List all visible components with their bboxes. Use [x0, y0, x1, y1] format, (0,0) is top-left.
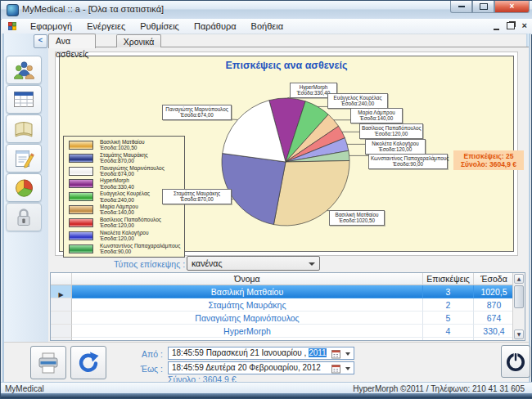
legend-item: Βασίλειος ΠαπαδόπουλοςΈσοδα:120,00	[69, 217, 184, 229]
menu-item-Παράθυρα[interactable]: Παράθυρα	[187, 20, 244, 33]
sidebar-lock-button[interactable]	[6, 203, 42, 231]
cell-revenue: 1020,5	[474, 285, 515, 298]
cell-name: Ευάγγελος Κουρέλας	[72, 338, 423, 341]
slice-callout: Κωνσταντίνος ΠαπαχαραλάμπουςΈσοδα:90,00	[368, 154, 448, 169]
row-selector[interactable]	[51, 338, 72, 341]
legend-label: HyperMorphΈσοδα:330,40	[100, 177, 134, 190]
legend-item: Βασιλική ΜατθαίουΈσοδα:1020,50	[69, 139, 184, 151]
row-selector[interactable]: ▶	[51, 285, 72, 298]
notes-icon	[13, 149, 35, 168]
menu-item-Εφαρμογή[interactable]: Εφαρμογή	[23, 20, 79, 33]
close-button[interactable]: ×	[494, 1, 530, 13]
tab-Χρονικά[interactable]: Χρονικά	[116, 34, 162, 47]
row-selector[interactable]	[51, 325, 72, 338]
legend-item: Μαρία ΛάμπρουΈσοδα:140,00	[69, 204, 184, 216]
patients-table: ΈσοδαΕπισκέψειςΌνομα ▶Βασιλική Ματθαίου3…	[50, 272, 525, 341]
minimize-button[interactable]	[450, 1, 472, 13]
legend-swatch	[69, 167, 93, 176]
table-row[interactable]: Σταμάτης Μαυράκης2870	[72, 298, 515, 312]
sidebar-data-table-button[interactable]	[6, 85, 42, 114]
exit-button[interactable]	[501, 345, 530, 378]
table-row[interactable]: Βασιλική Ματθαίου31020,5	[72, 285, 515, 298]
row-selector[interactable]	[51, 312, 72, 325]
chevron-down-icon	[309, 262, 315, 266]
legend-label: Νικολέτα ΚαλογήρουΈσοδα:120,00	[100, 230, 149, 242]
legend-swatch	[69, 179, 93, 188]
to-date-field[interactable]: 18:45:59 Δευτέρα 20 Φεβρουαρίου, 2012	[168, 361, 354, 374]
calendar-icon[interactable]	[331, 364, 340, 377]
table-row[interactable]: Ευάγγελος Κουρέλας2240	[72, 338, 515, 341]
title-bar[interactable]: MyMedical :: a - [Όλα τα στατιστικά] ×	[1, 1, 532, 20]
chart-title: Επισκέψεις ανα ασθενείς	[56, 60, 517, 71]
cell-revenue: 330,4	[474, 325, 515, 338]
scroll-up-icon[interactable]: ▲	[514, 274, 524, 284]
sidebar-notes-button[interactable]	[6, 144, 42, 173]
to-date-value: 18:45:59 Δευτέρα 20 Φεβρουαρίου, 2012	[172, 363, 321, 372]
visit-type-value: κανένας	[192, 258, 223, 268]
patients-icon	[13, 60, 35, 80]
legend-label: Μαρία ΛάμπρουΈσοδα:140,00	[100, 204, 138, 216]
menu-bar: ΕφαρμογήΕνέργειεςΡυθμίσειςΠαράθυραΒοήθει…	[2, 19, 532, 34]
legend-item: Νικολέτα ΚαλογήρουΈσοδα:120,00	[69, 230, 184, 242]
table-scrollbar[interactable]: ▲ ▼	[512, 273, 525, 340]
minimize-icon	[458, 6, 465, 7]
power-icon	[504, 350, 527, 373]
visit-type-dropdown[interactable]: κανένας	[187, 256, 320, 271]
statistics-chart-panel: Επισκέψεις ανα ασθενείς Βασιλική Ματθαίο…	[55, 52, 518, 256]
tab-Ανα ασθενείς[interactable]: Ανα ασθενείς	[48, 34, 96, 48]
legend-swatch	[69, 192, 93, 201]
window-title: MyMedical :: a - [Όλα τα στατιστικά]	[22, 4, 164, 14]
cell-name: Σταμάτης Μαυράκης	[72, 298, 423, 312]
cell-visits: 5	[423, 312, 474, 325]
summary-sum: Σύνολο: 3604,9 €	[455, 160, 522, 168]
legend-swatch	[69, 231, 93, 240]
chevron-down-icon[interactable]	[345, 352, 350, 356]
lock-icon	[15, 207, 33, 228]
maximize-icon	[480, 3, 488, 10]
from-label: Από :	[132, 349, 163, 359]
print-icon	[36, 352, 61, 374]
cell-revenue: 674	[474, 312, 515, 325]
menu-item-Βοήθεια[interactable]: Βοήθεια	[244, 20, 291, 33]
menu-item-Ρυθμίσεις[interactable]: Ρυθμίσεις	[133, 20, 187, 33]
legend-item: Σταμάτης ΜαυράκηςΈσοδα:870,00	[69, 152, 184, 164]
legend-swatch	[69, 244, 93, 253]
menu-item-Ενέργειες[interactable]: Ενέργειες	[79, 20, 133, 33]
chevron-down-icon[interactable]	[345, 367, 350, 370]
from-date-field[interactable]: 18:45:59 Παρασκευή 21 Ιανουαρίου , 2011	[168, 347, 354, 360]
calendar-icon[interactable]	[331, 349, 340, 362]
print-button[interactable]	[30, 346, 66, 379]
bottom-panel: Από : 18:45:59 Παρασκευή 21 Ιανουαρίου ,…	[4, 342, 529, 383]
cell-revenue: 870	[474, 298, 515, 312]
sidebar-patients-button[interactable]	[6, 56, 42, 84]
slice-callout: Νικολέτα ΚαλογήρουΈσοδα:120,00	[365, 139, 426, 155]
refresh-button[interactable]	[70, 346, 106, 379]
cell-revenue: 240	[474, 338, 515, 341]
status-vendor-info: HyperMorph ©2011 / Τηλέφωνο: 210 41 31 6…	[353, 384, 525, 393]
mdi-app-icon	[8, 22, 16, 30]
chart-summary-badge: Επισκέψεις: 25 Σύνολο: 3604,9 €	[453, 150, 524, 170]
scrollbar-thumb[interactable]	[514, 285, 524, 308]
row-selector[interactable]	[51, 298, 72, 312]
slice-callout: Ευάγγελος ΚουρέλαςΈσοδα:240,00	[327, 93, 388, 109]
sidebar-statistics-button[interactable]	[6, 173, 42, 202]
legend-item: Παναγιώτης ΜαρινόπουλοςΈσοδα:674,00	[69, 165, 184, 177]
column-header-Έσοδα[interactable]: Έσοδα	[474, 273, 515, 285]
column-header-Όνομα[interactable]: Όνομα	[72, 273, 423, 285]
window-bottom-edge	[1, 393, 532, 398]
table-row[interactable]: HyperMorph4330,4	[72, 325, 515, 338]
maximize-button[interactable]	[472, 1, 494, 13]
header-selector-cell	[51, 273, 72, 285]
sidebar-collapse-button[interactable]: <	[34, 34, 47, 48]
mdi-close-button[interactable]: ×	[522, 21, 527, 30]
sidebar-diary-button[interactable]	[6, 114, 42, 143]
column-header-Επισκέψεις[interactable]: Επισκέψεις	[423, 273, 474, 285]
mdi-restore-button[interactable]	[507, 22, 515, 29]
legend-label: Βασιλική ΜατθαίουΈσοδα:1020,50	[100, 139, 145, 151]
slice-callout: Παναγιώτης ΜαρινόπουλοςΈσοδα:674,00	[162, 105, 232, 120]
scroll-down-icon[interactable]: ▼	[514, 330, 524, 339]
close-icon: ×	[510, 2, 515, 11]
table-row[interactable]: Παναγιώτης Μαρινόπουλος5674	[72, 312, 515, 325]
mdi-minimize-button[interactable]	[494, 29, 499, 30]
app-icon	[7, 4, 19, 16]
